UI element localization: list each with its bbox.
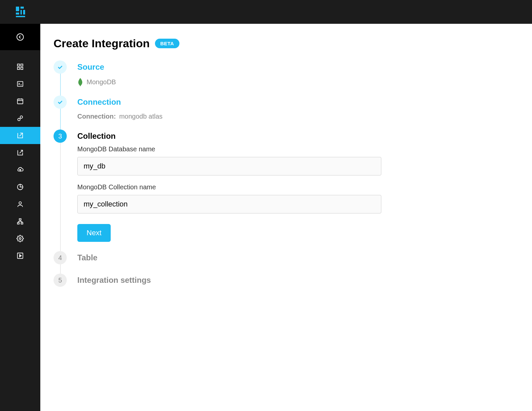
main-content: Create Integration BETA Source MongoDB: [40, 24, 532, 411]
connection-sub-value: mongodb atlas: [119, 113, 163, 120]
step-collection: 3 Collection MongoDB Database name Mongo…: [54, 130, 519, 251]
nav-dashboard[interactable]: [0, 58, 40, 75]
page-title: Create Integration: [54, 37, 150, 50]
nav-chart[interactable]: [0, 178, 40, 196]
db-name-label: MongoDB Database name: [77, 145, 519, 153]
connection-sub-label: Connection:: [77, 113, 116, 120]
nav-user[interactable]: [0, 196, 40, 213]
step-table-title: Table: [77, 251, 519, 264]
svg-rect-25: [18, 223, 19, 224]
step-source[interactable]: Source MongoDB: [54, 60, 519, 95]
app-logo: [16, 7, 26, 17]
step-connection-indicator: [54, 95, 67, 109]
step-settings-title: Integration settings: [77, 274, 519, 287]
svg-line-21: [19, 150, 22, 153]
nav-terminal[interactable]: [0, 75, 40, 93]
svg-line-20: [19, 133, 22, 136]
step-table-indicator: 4: [54, 251, 67, 264]
svg-rect-10: [21, 67, 23, 69]
svg-point-17: [18, 118, 20, 121]
topbar: [0, 0, 532, 24]
step-connection[interactable]: Connection Connection: mongodb atlas: [54, 95, 519, 130]
beta-badge: BETA: [155, 39, 179, 48]
svg-point-18: [20, 116, 22, 118]
step-collection-title: Collection: [77, 130, 519, 143]
svg-rect-1: [20, 7, 24, 9]
svg-rect-11: [18, 82, 23, 87]
svg-rect-4: [16, 13, 19, 15]
svg-rect-2: [20, 10, 22, 15]
nav-cloud[interactable]: [0, 161, 40, 178]
nav-calendar[interactable]: [0, 93, 40, 110]
mongodb-icon: [77, 78, 83, 86]
nav-export[interactable]: [0, 144, 40, 161]
svg-rect-26: [21, 223, 23, 224]
svg-point-23: [19, 202, 21, 204]
svg-point-6: [17, 34, 23, 40]
db-name-input[interactable]: [77, 157, 381, 175]
step-source-value: MongoDB: [87, 78, 116, 86]
svg-rect-8: [21, 64, 23, 66]
nav-settings[interactable]: [0, 230, 40, 247]
svg-rect-24: [19, 219, 21, 220]
step-table[interactable]: 4 Table: [54, 251, 519, 274]
step-settings-indicator: 5: [54, 274, 67, 287]
collection-name-label: MongoDB Collection name: [77, 183, 519, 191]
back-button[interactable]: [0, 24, 40, 50]
step-source-indicator: [54, 60, 67, 74]
nav-connection[interactable]: [0, 110, 40, 127]
collection-name-input[interactable]: [77, 195, 381, 213]
step-connection-title: Connection: [77, 95, 519, 109]
side-nav: [0, 50, 40, 264]
next-button[interactable]: Next: [77, 224, 111, 242]
nav-org[interactable]: [0, 213, 40, 230]
svg-rect-7: [18, 64, 19, 66]
svg-rect-3: [23, 10, 25, 15]
sidebar: [0, 24, 40, 411]
svg-rect-9: [18, 67, 19, 69]
svg-point-31: [19, 238, 21, 240]
step-integration-settings[interactable]: 5 Integration settings: [54, 274, 519, 296]
nav-import[interactable]: [0, 127, 40, 144]
svg-rect-13: [18, 99, 23, 104]
svg-rect-5: [16, 16, 25, 17]
step-source-title: Source: [77, 60, 519, 74]
svg-line-19: [20, 118, 20, 119]
nav-play[interactable]: [0, 247, 40, 264]
svg-rect-0: [16, 7, 19, 11]
step-collection-indicator: 3: [54, 130, 67, 143]
svg-marker-33: [19, 254, 21, 257]
